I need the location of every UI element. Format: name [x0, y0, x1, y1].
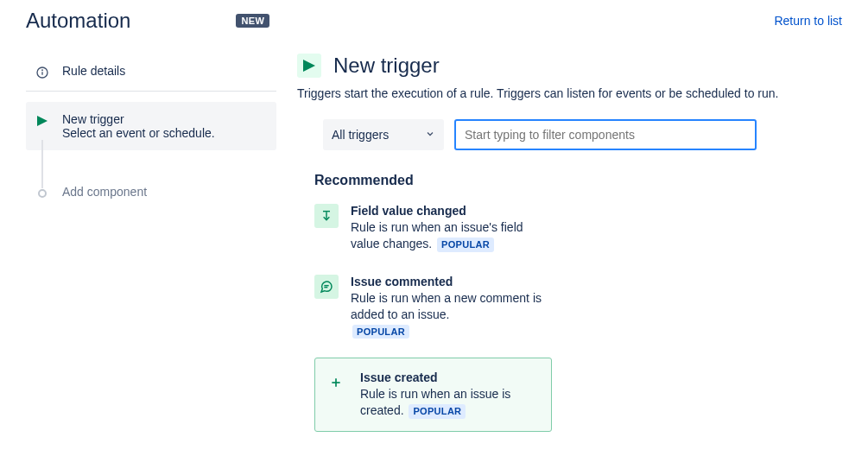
return-to-list-link[interactable]: Return to list — [774, 14, 842, 28]
filter-components-input[interactable] — [454, 119, 757, 150]
recommended-heading: Recommended — [314, 173, 842, 188]
trigger-card-title: Issue commented — [351, 275, 552, 288]
popular-badge: POPULAR — [437, 238, 494, 252]
trigger-card-body: Field value changed Rule is run when an … — [351, 204, 552, 252]
popular-badge: POPULAR — [352, 325, 409, 339]
sidebar-item-add-component[interactable]: Add component — [26, 174, 276, 212]
trigger-card-issue-commented[interactable]: Issue commented Rule is run when a new c… — [314, 271, 552, 343]
select-value: All triggers — [332, 128, 389, 142]
header-left: Automation NEW — [26, 9, 269, 33]
trigger-card-body: Issue created Rule is run when an issue … — [360, 370, 542, 419]
trigger-category-select[interactable]: All triggers — [323, 119, 444, 150]
svg-marker-4 — [303, 60, 315, 72]
trigger-list: Field value changed Rule is run when an … — [314, 200, 552, 432]
trigger-card-body: Issue commented Rule is run when a new c… — [351, 275, 552, 339]
sidebar-item-text: New trigger Select an event or schedule. — [62, 112, 215, 140]
sidebar-item-new-trigger[interactable]: New trigger Select an event or schedule. — [26, 102, 276, 150]
plus-icon — [324, 370, 348, 395]
trigger-card-field-value-changed[interactable]: Field value changed Rule is run when an … — [314, 200, 552, 256]
sidebar-item-subtitle: Select an event or schedule. — [62, 126, 215, 140]
sidebar-item-label: Add component — [62, 185, 147, 199]
comment-icon — [314, 275, 339, 299]
svg-marker-3 — [37, 116, 48, 126]
trigger-card-desc: Rule is run when an issue is created. PO… — [360, 386, 542, 419]
svg-point-2 — [42, 70, 43, 71]
page-title: Automation — [26, 9, 130, 33]
sidebar-item-label: Rule details — [62, 64, 125, 78]
trigger-card-desc: Rule is run when a new comment is added … — [351, 290, 552, 339]
main-title: New trigger — [333, 54, 440, 78]
sidebar-item-rule-details[interactable]: Rule details — [26, 54, 276, 92]
play-icon — [297, 54, 321, 78]
trigger-card-title: Field value changed — [351, 204, 552, 218]
sidebar: Rule details New trigger Select an event… — [26, 54, 276, 432]
empty-step-icon — [35, 186, 50, 201]
chevron-down-icon — [425, 128, 435, 142]
trigger-card-title: Issue created — [360, 370, 542, 384]
filter-row: All triggers — [323, 119, 842, 150]
main-panel: New trigger Triggers start the execution… — [297, 54, 842, 432]
trigger-card-desc: Rule is run when an issue's field value … — [351, 219, 552, 252]
main-header: New trigger — [297, 54, 842, 78]
new-badge: NEW — [236, 14, 269, 28]
layout: Rule details New trigger Select an event… — [0, 33, 868, 432]
field-change-icon — [314, 204, 339, 228]
trigger-card-issue-created[interactable]: Issue created Rule is run when an issue … — [314, 358, 552, 432]
info-icon — [35, 65, 50, 80]
sidebar-item-label: New trigger — [62, 112, 215, 126]
main-description: Triggers start the execution of a rule. … — [297, 86, 781, 100]
page-header: Automation NEW Return to list — [0, 0, 868, 33]
popular-badge: POPULAR — [409, 404, 466, 419]
play-icon — [35, 113, 50, 129]
